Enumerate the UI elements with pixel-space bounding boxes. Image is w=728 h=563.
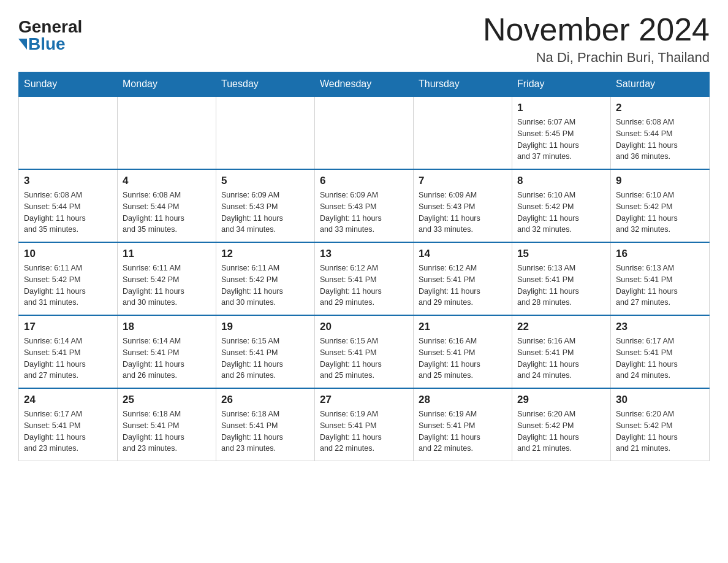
weekday-header-wednesday: Wednesday bbox=[315, 72, 414, 97]
day-number: 24 bbox=[24, 394, 112, 406]
day-number: 15 bbox=[517, 248, 605, 260]
calendar-cell bbox=[216, 96, 315, 169]
calendar-table: SundayMondayTuesdayWednesdayThursdayFrid… bbox=[18, 72, 710, 461]
logo-general-text: General bbox=[18, 18, 82, 36]
day-info: Sunrise: 6:16 AMSunset: 5:41 PMDaylight:… bbox=[419, 335, 507, 381]
day-number: 10 bbox=[24, 248, 112, 260]
calendar-cell: 1Sunrise: 6:07 AMSunset: 5:45 PMDaylight… bbox=[512, 96, 611, 169]
day-number: 16 bbox=[616, 248, 704, 260]
calendar-cell: 24Sunrise: 6:17 AMSunset: 5:41 PMDayligh… bbox=[19, 388, 118, 461]
calendar-cell: 8Sunrise: 6:10 AMSunset: 5:42 PMDaylight… bbox=[512, 169, 611, 242]
day-info: Sunrise: 6:07 AMSunset: 5:45 PMDaylight:… bbox=[517, 117, 605, 163]
day-number: 27 bbox=[320, 394, 408, 406]
day-info: Sunrise: 6:08 AMSunset: 5:44 PMDaylight:… bbox=[616, 117, 704, 163]
day-number: 25 bbox=[123, 394, 211, 406]
day-number: 6 bbox=[320, 175, 408, 187]
day-number: 1 bbox=[517, 102, 605, 114]
day-number: 7 bbox=[419, 175, 507, 187]
calendar-week-row: 1Sunrise: 6:07 AMSunset: 5:45 PMDaylight… bbox=[19, 96, 710, 169]
calendar-cell: 3Sunrise: 6:08 AMSunset: 5:44 PMDaylight… bbox=[19, 169, 118, 242]
day-info: Sunrise: 6:12 AMSunset: 5:41 PMDaylight:… bbox=[320, 262, 408, 308]
weekday-header-friday: Friday bbox=[512, 72, 611, 97]
day-info: Sunrise: 6:20 AMSunset: 5:42 PMDaylight:… bbox=[517, 408, 605, 454]
calendar-cell: 25Sunrise: 6:18 AMSunset: 5:41 PMDayligh… bbox=[118, 388, 216, 461]
calendar-cell: 26Sunrise: 6:18 AMSunset: 5:41 PMDayligh… bbox=[216, 388, 315, 461]
calendar-cell: 6Sunrise: 6:09 AMSunset: 5:43 PMDaylight… bbox=[315, 169, 414, 242]
location-title: Na Di, Prachin Buri, Thailand bbox=[483, 50, 710, 66]
day-info: Sunrise: 6:14 AMSunset: 5:41 PMDaylight:… bbox=[24, 335, 112, 381]
calendar-cell: 14Sunrise: 6:12 AMSunset: 5:41 PMDayligh… bbox=[414, 242, 512, 315]
day-info: Sunrise: 6:17 AMSunset: 5:41 PMDaylight:… bbox=[24, 408, 112, 454]
calendar-week-row: 3Sunrise: 6:08 AMSunset: 5:44 PMDaylight… bbox=[19, 169, 710, 242]
day-info: Sunrise: 6:11 AMSunset: 5:42 PMDaylight:… bbox=[221, 262, 309, 308]
calendar-cell: 29Sunrise: 6:20 AMSunset: 5:42 PMDayligh… bbox=[512, 388, 611, 461]
day-number: 8 bbox=[517, 175, 605, 187]
day-info: Sunrise: 6:19 AMSunset: 5:41 PMDaylight:… bbox=[419, 408, 507, 454]
day-info: Sunrise: 6:18 AMSunset: 5:41 PMDaylight:… bbox=[123, 408, 211, 454]
calendar-cell: 23Sunrise: 6:17 AMSunset: 5:41 PMDayligh… bbox=[611, 315, 710, 388]
calendar-cell: 21Sunrise: 6:16 AMSunset: 5:41 PMDayligh… bbox=[414, 315, 512, 388]
day-info: Sunrise: 6:09 AMSunset: 5:43 PMDaylight:… bbox=[320, 190, 408, 236]
weekday-header-monday: Monday bbox=[118, 72, 216, 97]
calendar-cell: 12Sunrise: 6:11 AMSunset: 5:42 PMDayligh… bbox=[216, 242, 315, 315]
calendar-cell bbox=[414, 96, 512, 169]
calendar-cell: 19Sunrise: 6:15 AMSunset: 5:41 PMDayligh… bbox=[216, 315, 315, 388]
calendar-cell: 7Sunrise: 6:09 AMSunset: 5:43 PMDaylight… bbox=[414, 169, 512, 242]
day-number: 20 bbox=[320, 321, 408, 333]
day-info: Sunrise: 6:09 AMSunset: 5:43 PMDaylight:… bbox=[419, 190, 507, 236]
weekday-header-tuesday: Tuesday bbox=[216, 72, 315, 97]
day-number: 30 bbox=[616, 394, 704, 406]
day-info: Sunrise: 6:13 AMSunset: 5:41 PMDaylight:… bbox=[517, 262, 605, 308]
weekday-header-thursday: Thursday bbox=[414, 72, 512, 97]
day-number: 26 bbox=[221, 394, 309, 406]
day-number: 23 bbox=[616, 321, 704, 333]
day-number: 28 bbox=[419, 394, 507, 406]
day-info: Sunrise: 6:16 AMSunset: 5:41 PMDaylight:… bbox=[517, 335, 605, 381]
calendar-cell: 16Sunrise: 6:13 AMSunset: 5:41 PMDayligh… bbox=[611, 242, 710, 315]
day-number: 29 bbox=[517, 394, 605, 406]
day-info: Sunrise: 6:08 AMSunset: 5:44 PMDaylight:… bbox=[24, 190, 112, 236]
calendar-week-row: 17Sunrise: 6:14 AMSunset: 5:41 PMDayligh… bbox=[19, 315, 710, 388]
day-number: 22 bbox=[517, 321, 605, 333]
calendar-cell: 28Sunrise: 6:19 AMSunset: 5:41 PMDayligh… bbox=[414, 388, 512, 461]
calendar-cell: 2Sunrise: 6:08 AMSunset: 5:44 PMDaylight… bbox=[611, 96, 710, 169]
calendar-cell: 30Sunrise: 6:20 AMSunset: 5:42 PMDayligh… bbox=[611, 388, 710, 461]
day-info: Sunrise: 6:08 AMSunset: 5:44 PMDaylight:… bbox=[123, 190, 211, 236]
day-number: 12 bbox=[221, 248, 309, 260]
day-info: Sunrise: 6:17 AMSunset: 5:41 PMDaylight:… bbox=[616, 335, 704, 381]
day-number: 2 bbox=[616, 102, 704, 114]
calendar-week-row: 10Sunrise: 6:11 AMSunset: 5:42 PMDayligh… bbox=[19, 242, 710, 315]
calendar-cell: 27Sunrise: 6:19 AMSunset: 5:41 PMDayligh… bbox=[315, 388, 414, 461]
day-number: 4 bbox=[123, 175, 211, 187]
day-info: Sunrise: 6:14 AMSunset: 5:41 PMDaylight:… bbox=[123, 335, 211, 381]
day-info: Sunrise: 6:15 AMSunset: 5:41 PMDaylight:… bbox=[221, 335, 309, 381]
day-number: 19 bbox=[221, 321, 309, 333]
day-number: 13 bbox=[320, 248, 408, 260]
day-info: Sunrise: 6:18 AMSunset: 5:41 PMDaylight:… bbox=[221, 408, 309, 454]
title-block: November 2024 Na Di, Prachin Buri, Thail… bbox=[483, 12, 710, 66]
calendar-cell bbox=[315, 96, 414, 169]
day-number: 17 bbox=[24, 321, 112, 333]
weekday-header-saturday: Saturday bbox=[611, 72, 710, 97]
day-info: Sunrise: 6:11 AMSunset: 5:42 PMDaylight:… bbox=[24, 262, 112, 308]
day-info: Sunrise: 6:13 AMSunset: 5:41 PMDaylight:… bbox=[616, 262, 704, 308]
calendar-cell: 17Sunrise: 6:14 AMSunset: 5:41 PMDayligh… bbox=[19, 315, 118, 388]
day-info: Sunrise: 6:19 AMSunset: 5:41 PMDaylight:… bbox=[320, 408, 408, 454]
day-info: Sunrise: 6:09 AMSunset: 5:43 PMDaylight:… bbox=[221, 190, 309, 236]
calendar-cell: 15Sunrise: 6:13 AMSunset: 5:41 PMDayligh… bbox=[512, 242, 611, 315]
logo: General Blue bbox=[18, 18, 82, 53]
logo-triangle-icon bbox=[18, 39, 27, 50]
calendar-cell: 4Sunrise: 6:08 AMSunset: 5:44 PMDaylight… bbox=[118, 169, 216, 242]
calendar-cell bbox=[19, 96, 118, 169]
calendar-cell: 11Sunrise: 6:11 AMSunset: 5:42 PMDayligh… bbox=[118, 242, 216, 315]
page-header: General Blue November 2024 Na Di, Prachi… bbox=[18, 12, 710, 66]
day-info: Sunrise: 6:20 AMSunset: 5:42 PMDaylight:… bbox=[616, 408, 704, 454]
day-info: Sunrise: 6:11 AMSunset: 5:42 PMDaylight:… bbox=[123, 262, 211, 308]
day-number: 21 bbox=[419, 321, 507, 333]
logo-blue-text: Blue bbox=[28, 36, 66, 53]
calendar-cell: 22Sunrise: 6:16 AMSunset: 5:41 PMDayligh… bbox=[512, 315, 611, 388]
calendar-header-row: SundayMondayTuesdayWednesdayThursdayFrid… bbox=[19, 72, 710, 97]
calendar-cell: 20Sunrise: 6:15 AMSunset: 5:41 PMDayligh… bbox=[315, 315, 414, 388]
day-number: 14 bbox=[419, 248, 507, 260]
day-info: Sunrise: 6:10 AMSunset: 5:42 PMDaylight:… bbox=[517, 190, 605, 236]
